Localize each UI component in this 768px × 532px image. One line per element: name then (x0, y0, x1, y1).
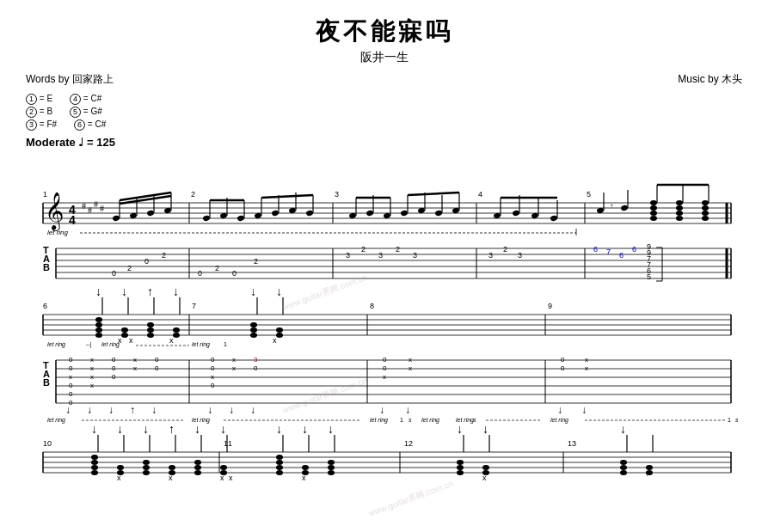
svg-text:3: 3 (518, 251, 522, 260)
svg-text:↓: ↓ (250, 404, 255, 416)
svg-point-72 (550, 215, 557, 222)
svg-point-307 (194, 465, 201, 470)
svg-text:let ring: let ring (47, 417, 65, 424)
svg-text:let ring: let ring (550, 417, 568, 424)
svg-text:x: x (232, 356, 236, 364)
svg-text:0: 0 (232, 269, 237, 278)
svg-text:x: x (383, 373, 386, 381)
svg-point-292 (117, 465, 124, 470)
svg-point-164 (121, 333, 128, 338)
svg-point-46 (305, 210, 313, 217)
svg-point-192 (276, 327, 283, 333)
svg-text:let ring: let ring (47, 341, 65, 348)
tuning-5: 5 = G# (70, 105, 102, 118)
svg-point-306 (194, 470, 201, 475)
svg-point-348 (646, 470, 653, 475)
svg-text:↓: ↓ (95, 284, 101, 298)
svg-text:1: 1 (728, 417, 731, 423)
svg-point-285 (91, 470, 98, 475)
notation-area: 𝄞 4 4 # # # # 1 2 3 4 5 (26, 156, 742, 532)
svg-point-288 (91, 455, 98, 460)
tempo-label: Moderate (26, 136, 76, 149)
svg-point-176 (173, 327, 180, 333)
svg-point-312 (220, 465, 227, 470)
svg-text:13: 13 (568, 439, 576, 448)
svg-text:3: 3 (413, 251, 417, 260)
svg-text:0: 0 (254, 364, 258, 372)
svg-text:↓: ↓ (87, 404, 92, 416)
svg-text:x: x (273, 336, 277, 345)
svg-point-52 (366, 210, 373, 217)
svg-text:s: s (473, 417, 476, 423)
svg-point-83 (650, 200, 657, 205)
svg-point-86 (676, 211, 683, 216)
svg-text:0: 0 (69, 382, 73, 389)
music-notation-svg: 𝄞 4 4 # # # # 1 2 3 4 5 (26, 156, 742, 532)
svg-point-38 (237, 215, 244, 222)
svg-text:↑: ↑ (130, 404, 135, 416)
svg-text:↑: ↑ (169, 422, 175, 436)
svg-point-302 (169, 465, 175, 470)
svg-point-93 (702, 200, 709, 205)
music-by-name: 木头 (722, 73, 742, 85)
svg-point-339 (482, 465, 489, 470)
svg-text:www.guitar界网.com.cn: www.guitar界网.com.cn (366, 479, 454, 518)
svg-text:3: 3 (378, 251, 383, 260)
svg-text:s: s (735, 417, 739, 423)
svg-text:↓: ↓ (207, 404, 212, 416)
tuning-row-3: 3 = F# 6 = C# (26, 118, 742, 131)
tuning-section: 1 = E 4 = C# 2 = B 5 = G# 3 = F# 6 = C# (26, 92, 742, 131)
svg-text:↓: ↓ (557, 404, 562, 416)
svg-text:x: x (133, 356, 137, 364)
svg-text:↓: ↓ (302, 422, 308, 436)
svg-text:let ring: let ring (192, 341, 210, 348)
svg-text:x: x (585, 364, 588, 372)
svg-text:11: 11 (224, 439, 232, 448)
svg-point-34 (202, 215, 210, 222)
svg-point-287 (91, 460, 98, 465)
tempo-section: Moderate ♩ = 125 (26, 136, 742, 149)
svg-text:8: 8 (370, 302, 374, 310)
tuning-3: 3 = F# (26, 118, 57, 131)
svg-text:10: 10 (43, 439, 52, 448)
svg-text:#: # (88, 205, 92, 215)
words-by-name: 回家路上 (72, 73, 114, 85)
svg-text:0: 0 (561, 364, 565, 372)
svg-point-90 (702, 216, 709, 221)
svg-text:x: x (69, 373, 72, 381)
svg-text:5: 5 (647, 272, 651, 281)
words-by: Words by 回家路上 (26, 72, 114, 87)
svg-text:x: x (232, 364, 236, 372)
tuning-2: 2 = B (26, 105, 52, 118)
tuning-1: 1 = E (26, 92, 52, 105)
svg-point-82 (650, 205, 657, 211)
svg-point-286 (91, 465, 98, 470)
tempo-note: ♩ = (78, 136, 96, 149)
svg-point-330 (328, 460, 335, 465)
svg-text:0: 0 (112, 356, 116, 364)
svg-point-298 (143, 460, 150, 465)
svg-text:let ring: let ring (370, 417, 388, 424)
svg-text:↓: ↓ (65, 404, 71, 416)
tuning-row-2: 2 = B 5 = G# (26, 105, 742, 118)
svg-point-91 (702, 211, 709, 216)
svg-point-334 (457, 465, 464, 470)
svg-text:↓: ↓ (482, 422, 488, 436)
svg-point-318 (276, 465, 283, 470)
svg-text:x: x (409, 356, 412, 364)
svg-text:↓: ↓ (173, 284, 179, 298)
svg-point-85 (676, 216, 683, 221)
svg-text:↓: ↓ (276, 422, 282, 436)
svg-text:0: 0 (155, 356, 159, 364)
svg-text:↓: ↓ (328, 422, 334, 436)
svg-text:↓: ↓ (151, 404, 157, 416)
svg-point-320 (276, 455, 283, 460)
svg-text:x: x (169, 336, 174, 345)
svg-text:6: 6 (619, 251, 624, 260)
svg-point-333 (457, 470, 464, 475)
svg-text:↓: ↓ (194, 422, 200, 436)
svg-point-171 (147, 327, 154, 333)
svg-text:x: x (585, 356, 588, 364)
svg-text:--|: --| (86, 341, 92, 348)
svg-point-328 (328, 470, 335, 475)
